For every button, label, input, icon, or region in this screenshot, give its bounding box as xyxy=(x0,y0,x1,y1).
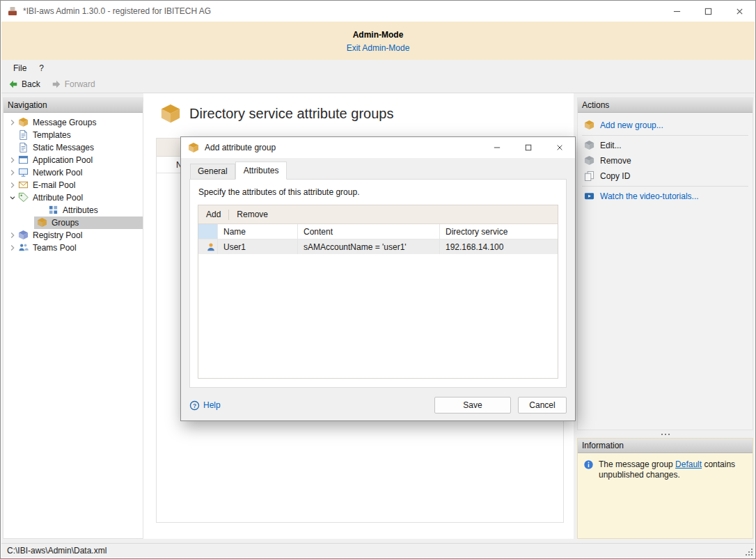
nav-item-templates[interactable]: Templates xyxy=(3,129,143,141)
help-link[interactable]: Help xyxy=(189,400,221,411)
nav-item-application-pool[interactable]: Application Pool xyxy=(3,154,143,166)
action-label: Watch the video-tutorials... xyxy=(600,191,699,201)
dialog-icon xyxy=(188,142,199,153)
navigation-panel: Navigation Message Groups Templates Stat… xyxy=(3,97,143,539)
action-watch-video-tutorials[interactable]: Watch the video-tutorials... xyxy=(578,189,753,204)
navigation-tree: Message Groups Templates Static Messages… xyxy=(3,113,143,254)
dialog-titlebar: Add attribute group xyxy=(181,137,575,158)
nav-item-label: Attributes xyxy=(63,205,98,215)
nav-item-attributes[interactable]: Attributes xyxy=(3,204,143,216)
nav-item-attribute-pool[interactable]: Attribute Pool xyxy=(3,191,143,204)
admin-mode-title: Admin-Mode xyxy=(1,30,755,40)
dialog-tabs: General Attributes xyxy=(181,158,575,179)
user-icon xyxy=(198,239,218,254)
save-button[interactable]: Save xyxy=(434,397,511,414)
action-remove[interactable]: Remove xyxy=(578,153,753,168)
column-header-directory-service[interactable]: Directory service xyxy=(440,224,558,239)
forward-arrow-icon xyxy=(52,79,61,89)
column-header-icon[interactable] xyxy=(198,224,218,239)
nav-item-email-pool[interactable]: E-mail Pool xyxy=(3,179,143,191)
action-add-new-group[interactable]: Add new group... xyxy=(578,118,753,133)
page-title: Directory service attribute groups xyxy=(189,106,393,122)
chevron-right-icon[interactable] xyxy=(7,117,18,128)
nav-item-label: E-mail Pool xyxy=(33,180,75,190)
action-copy-id[interactable]: Copy ID xyxy=(578,168,753,184)
nav-item-label: Registry Pool xyxy=(33,230,82,240)
tab-description: Specify the attributes of this attribute… xyxy=(190,180,566,197)
message-groups-icon xyxy=(18,117,29,128)
nav-item-label: Teams Pool xyxy=(33,243,77,253)
back-label: Back xyxy=(22,79,40,89)
nav-item-label: Message Groups xyxy=(33,118,96,127)
back-button[interactable]: Back xyxy=(8,79,40,89)
resize-grip-icon[interactable] xyxy=(745,548,753,556)
dialog-minimize-icon[interactable] xyxy=(481,137,512,158)
action-label: Remove xyxy=(600,156,631,166)
menubar: File ? xyxy=(1,60,755,76)
nav-item-groups-selected[interactable]: Groups xyxy=(34,216,143,229)
tab-general[interactable]: General xyxy=(190,164,235,179)
dialog-controls xyxy=(481,137,575,158)
dialog-close-icon[interactable] xyxy=(544,137,575,158)
chevron-right-icon[interactable] xyxy=(7,180,18,191)
network-pool-icon xyxy=(18,167,29,178)
nav-item-label: Network Pool xyxy=(33,168,82,178)
attribute-pool-icon xyxy=(18,192,29,203)
chevron-right-icon[interactable] xyxy=(7,155,18,166)
nav-item-message-groups[interactable]: Message Groups xyxy=(3,116,143,129)
action-label: Add new group... xyxy=(600,120,663,130)
dialog-footer: Help Save Cancel xyxy=(189,396,567,414)
static-messages-icon xyxy=(18,142,29,153)
chevron-right-icon[interactable] xyxy=(7,242,18,253)
remove-attribute-button[interactable]: Remove xyxy=(229,205,276,223)
expander-placeholder xyxy=(7,142,18,153)
nav-item-label: Application Pool xyxy=(33,155,93,165)
nav-item-static-messages[interactable]: Static Messages xyxy=(3,141,143,154)
help-icon xyxy=(189,400,200,411)
copy-icon xyxy=(584,171,595,182)
action-edit[interactable]: Edit... xyxy=(578,138,753,153)
menu-help[interactable]: ? xyxy=(33,60,50,76)
right-panel: Actions Add new group... Edit... Remove xyxy=(577,97,753,539)
tab-attributes[interactable]: Attributes xyxy=(235,162,288,180)
minimize-icon[interactable] xyxy=(661,1,693,22)
nav-item-label: Templates xyxy=(33,130,71,140)
actions-list: Add new group... Edit... Remove Copy ID xyxy=(578,113,753,204)
nav-item-network-pool[interactable]: Network Pool xyxy=(3,166,143,179)
chevron-down-icon[interactable] xyxy=(7,192,18,203)
nav-item-label: Static Messages xyxy=(33,143,94,152)
cancel-button[interactable]: Cancel xyxy=(518,397,567,414)
dialog-title: Add attribute group xyxy=(205,143,276,152)
dialog-maximize-icon[interactable] xyxy=(512,137,544,158)
add-attribute-button[interactable]: Add xyxy=(198,205,228,223)
templates-icon xyxy=(18,129,29,141)
menu-file[interactable]: File xyxy=(7,60,33,76)
email-pool-icon xyxy=(18,180,29,191)
chevron-right-icon[interactable] xyxy=(7,230,18,241)
close-icon[interactable] xyxy=(724,1,755,22)
maximize-icon[interactable] xyxy=(693,1,724,22)
default-group-link[interactable]: Default xyxy=(675,459,702,469)
navigation-header: Navigation xyxy=(3,98,143,113)
panel-splitter-grip[interactable] xyxy=(577,431,753,438)
nav-item-registry-pool[interactable]: Registry Pool xyxy=(3,229,143,242)
information-body: The message group Default contains unpub… xyxy=(578,453,753,480)
exit-admin-mode-link[interactable]: Exit Admin-Mode xyxy=(347,43,410,53)
chevron-right-icon[interactable] xyxy=(7,167,18,178)
column-header-content[interactable]: Content xyxy=(298,224,440,239)
attributes-icon xyxy=(48,205,59,216)
page-title-block: Directory service attribute groups xyxy=(160,103,393,124)
add-attribute-group-dialog: Add attribute group General Attributes S… xyxy=(180,136,576,421)
application-pool-icon xyxy=(18,155,29,166)
app-icon xyxy=(7,6,18,17)
groups-icon xyxy=(37,217,48,228)
forward-button[interactable]: Forward xyxy=(52,79,95,89)
nav-item-teams-pool[interactable]: Teams Pool xyxy=(3,242,143,254)
nav-toolbar: Back Forward xyxy=(1,76,755,93)
statusbar: C:\IBI-aws\Admin\Data.xml xyxy=(1,543,755,558)
table-row[interactable]: User1 sAMAccountName = 'user1' 192.168.1… xyxy=(198,239,558,254)
teams-pool-icon xyxy=(18,242,29,253)
column-header-name[interactable]: Name xyxy=(218,224,298,239)
titlebar: *IBI-aws Admin 1.30.0 - registered for I… xyxy=(1,1,755,22)
forward-label: Forward xyxy=(65,79,95,89)
